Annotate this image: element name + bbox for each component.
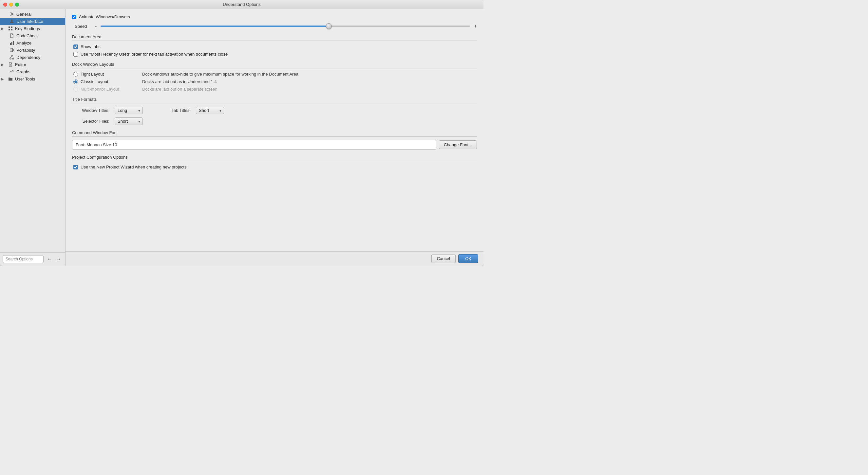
doc-text-icon bbox=[8, 62, 13, 67]
selector-files-label: Selector Files: bbox=[73, 119, 110, 124]
window-titles-select[interactable]: Long Short Full Path bbox=[115, 107, 143, 114]
chart-icon bbox=[9, 40, 14, 45]
sidebar-item-user-interface[interactable]: User Interface bbox=[0, 18, 65, 25]
search-options-input[interactable] bbox=[3, 255, 43, 263]
tab-titles-label: Tab Titles: bbox=[155, 108, 191, 113]
title-formats-header: Title Formats bbox=[72, 97, 477, 103]
project-config-section: Project Configuration Options Use the Ne… bbox=[72, 155, 477, 169]
mru-label: Use "Most Recently Used" order for next … bbox=[81, 52, 228, 57]
show-tabs-row: Show tabs bbox=[72, 44, 477, 49]
hierarchy-icon bbox=[9, 55, 14, 60]
sidebar-item-label: Analyze bbox=[17, 40, 31, 45]
classic-layout-row: Classic Layout Docks are laid out as in … bbox=[72, 79, 477, 84]
window-footer: Cancel OK bbox=[65, 251, 484, 266]
svg-rect-8 bbox=[13, 41, 14, 45]
sidebar-item-label: Key Bindings bbox=[15, 26, 40, 31]
selector-files-select[interactable]: Long Short Full Path bbox=[115, 117, 143, 125]
sidebar-bottom: ← → bbox=[0, 252, 65, 266]
cancel-button[interactable]: Cancel bbox=[431, 254, 456, 263]
sidebar-arrow-icon: ▶ bbox=[1, 63, 6, 66]
svg-rect-5 bbox=[11, 29, 12, 30]
multimonitor-layout-radio[interactable] bbox=[73, 87, 78, 92]
window-titles-select-wrapper: Long Short Full Path ▼ bbox=[115, 107, 143, 114]
wizard-checkbox[interactable] bbox=[73, 165, 78, 169]
sidebar: GeneralUser Interface▶Key BindingsCodeCh… bbox=[0, 9, 65, 266]
speed-row: Speed - + bbox=[72, 23, 477, 29]
sidebar-arrow-icon: ▶ bbox=[1, 27, 6, 30]
doc-icon bbox=[9, 33, 14, 38]
multimonitor-layout-description: Docks are laid out on a separate screen bbox=[135, 87, 477, 92]
titlebar: Understand Options bbox=[0, 0, 484, 9]
tight-layout-label: Tight Layout bbox=[81, 72, 133, 76]
font-box: Font: Monaco Size:10 bbox=[72, 140, 436, 149]
selector-files-select-wrapper: Long Short Full Path ▼ bbox=[115, 117, 143, 125]
sidebar-item-key-bindings[interactable]: ▶Key Bindings bbox=[0, 25, 65, 32]
classic-layout-radio[interactable] bbox=[73, 79, 78, 84]
wizard-checkbox-row: Use the New Project Wizard when creating… bbox=[72, 165, 477, 169]
svg-point-1 bbox=[11, 20, 13, 21]
graph-icon bbox=[9, 69, 14, 74]
tight-layout-description: Dock windows auto-hide to give maximum s… bbox=[135, 72, 477, 76]
title-formats-row1: Window Titles: Long Short Full Path ▼ Ta… bbox=[72, 107, 477, 114]
tab-titles-select-wrapper: Long Short Full Path ▼ bbox=[196, 107, 224, 114]
svg-rect-3 bbox=[11, 27, 12, 28]
command-font-section: Command Window Font Font: Monaco Size:10… bbox=[72, 130, 477, 149]
command-font-header: Command Window Font bbox=[72, 130, 477, 137]
speed-slider[interactable] bbox=[100, 26, 470, 27]
ok-button[interactable]: OK bbox=[458, 254, 478, 263]
document-area-header: Document Area bbox=[72, 34, 477, 41]
sidebar-item-label: Editor bbox=[15, 62, 26, 67]
tab-titles-select[interactable]: Long Short Full Path bbox=[196, 107, 224, 114]
gear-icon bbox=[9, 11, 14, 17]
show-tabs-checkbox[interactable] bbox=[73, 44, 78, 49]
svg-rect-6 bbox=[10, 43, 11, 45]
document-area-section: Document Area Show tabs Use "Most Recent… bbox=[72, 34, 477, 57]
globe-icon bbox=[9, 47, 14, 53]
title-formats-row2: Selector Files: Long Short Full Path ▼ bbox=[72, 117, 477, 125]
right-panel: Animate Windows/Drawers Speed - + Docume… bbox=[65, 9, 484, 266]
font-display-row: Font: Monaco Size:10 Change Font... bbox=[72, 140, 477, 149]
sidebar-item-dependency[interactable]: Dependency bbox=[0, 54, 65, 61]
project-config-header: Project Configuration Options bbox=[72, 155, 477, 161]
sidebar-item-label: Portability bbox=[17, 48, 35, 53]
mru-checkbox[interactable] bbox=[73, 52, 78, 57]
animate-checkbox[interactable] bbox=[72, 15, 76, 19]
sidebar-item-label: Graphs bbox=[17, 69, 30, 74]
minimize-button[interactable] bbox=[9, 3, 13, 6]
sidebar-items: GeneralUser Interface▶Key BindingsCodeCh… bbox=[0, 9, 65, 84]
animate-checkbox-row: Animate Windows/Drawers bbox=[72, 14, 477, 19]
sidebar-item-editor[interactable]: ▶Editor bbox=[0, 61, 65, 68]
sidebar-item-label: User Interface bbox=[17, 19, 43, 24]
window-title: Understand Options bbox=[223, 2, 261, 7]
maximize-button[interactable] bbox=[15, 3, 19, 6]
classic-layout-label: Classic Layout bbox=[81, 79, 133, 84]
svg-rect-13 bbox=[12, 58, 14, 59]
speed-plus-icon: + bbox=[474, 23, 477, 29]
sidebar-item-label: Dependency bbox=[17, 55, 40, 60]
sidebar-item-label: CodeCheck bbox=[17, 33, 39, 38]
close-button[interactable] bbox=[3, 3, 7, 6]
multimonitor-layout-label: Multi-monitor Layout bbox=[81, 87, 133, 92]
sidebar-item-general[interactable]: General bbox=[0, 10, 65, 18]
speed-minus-icon: - bbox=[95, 23, 97, 29]
svg-point-0 bbox=[11, 13, 13, 15]
change-font-button[interactable]: Change Font... bbox=[439, 140, 477, 149]
tight-layout-radio[interactable] bbox=[73, 72, 78, 76]
grid-icon bbox=[8, 26, 13, 31]
main-window: Understand Options GeneralUser Interface… bbox=[0, 0, 484, 266]
sidebar-item-graphs[interactable]: Graphs bbox=[0, 68, 65, 75]
sidebar-item-analyze[interactable]: Analyze bbox=[0, 39, 65, 46]
sidebar-item-portability[interactable]: Portability bbox=[0, 46, 65, 54]
sidebar-arrow-icon: ▶ bbox=[1, 77, 6, 81]
svg-rect-7 bbox=[11, 42, 12, 45]
show-tabs-label: Show tabs bbox=[81, 44, 100, 49]
right-content: Animate Windows/Drawers Speed - + Docume… bbox=[65, 9, 484, 251]
nav-back-button[interactable]: ← bbox=[45, 256, 53, 263]
sidebar-item-user-tools[interactable]: ▶User Tools bbox=[0, 75, 65, 82]
mru-row: Use "Most Recently Used" order for next … bbox=[72, 52, 477, 57]
folder-icon bbox=[8, 76, 13, 81]
sidebar-item-codecheck[interactable]: CodeCheck bbox=[0, 32, 65, 39]
nav-forward-button[interactable]: → bbox=[55, 256, 63, 263]
traffic-lights bbox=[3, 3, 19, 6]
wizard-label: Use the New Project Wizard when creating… bbox=[81, 165, 187, 169]
